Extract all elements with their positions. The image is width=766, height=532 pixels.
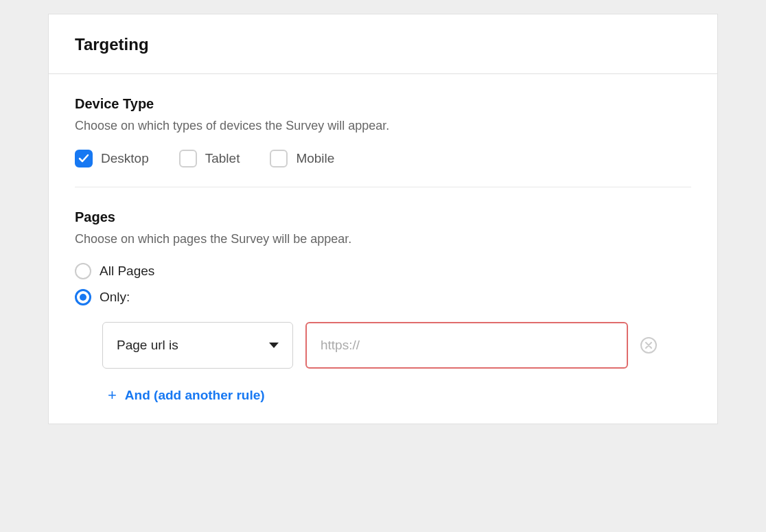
checkbox-tablet[interactable]: Tablet: [179, 150, 240, 167]
close-icon: [645, 342, 652, 349]
checkbox-desktop-box: [75, 150, 93, 167]
radio-only-label: Only:: [100, 290, 130, 305]
checkbox-tablet-box: [179, 150, 197, 167]
checkbox-desktop-label: Desktop: [101, 151, 149, 166]
page-rule-row: Page url is: [102, 322, 691, 369]
checkbox-tablet-label: Tablet: [205, 151, 240, 166]
add-rule-button[interactable]: + And (add another rule): [108, 388, 691, 403]
pages-radio-group: All Pages Only:: [75, 263, 691, 305]
plus-icon: +: [108, 388, 117, 403]
chevron-down-icon: [269, 343, 279, 348]
checkbox-desktop[interactable]: Desktop: [75, 150, 149, 167]
check-icon: [78, 153, 89, 164]
radio-only-circle: [75, 289, 91, 305]
section-divider: [75, 187, 691, 187]
device-type-section: Device Type Choose on which types of dev…: [75, 96, 691, 167]
panel-title: Targeting: [75, 35, 691, 54]
rule-condition-select[interactable]: Page url is: [102, 322, 293, 369]
radio-all-pages[interactable]: All Pages: [75, 263, 691, 279]
pages-section: Pages Choose on which pages the Survey w…: [75, 209, 691, 403]
device-type-description: Choose on which types of devices the Sur…: [75, 119, 691, 133]
checkbox-mobile-box: [270, 150, 288, 167]
device-type-options: Desktop Tablet Mobile: [75, 150, 691, 167]
checkbox-mobile[interactable]: Mobile: [270, 150, 334, 167]
card-header: Targeting: [49, 14, 717, 74]
rule-condition-value: Page url is: [117, 338, 269, 353]
remove-rule-button[interactable]: [640, 337, 657, 354]
radio-only[interactable]: Only:: [75, 289, 691, 305]
pages-title: Pages: [75, 209, 691, 225]
rule-url-input[interactable]: [305, 322, 628, 369]
radio-all-pages-label: All Pages: [100, 264, 154, 279]
card-body: Device Type Choose on which types of dev…: [49, 74, 717, 424]
radio-all-pages-circle: [75, 263, 91, 279]
pages-description: Choose on which pages the Survey will be…: [75, 232, 691, 246]
checkbox-mobile-label: Mobile: [296, 151, 334, 166]
device-type-title: Device Type: [75, 96, 691, 112]
add-rule-label: And (add another rule): [125, 388, 265, 403]
targeting-card: Targeting Device Type Choose on which ty…: [48, 14, 718, 424]
